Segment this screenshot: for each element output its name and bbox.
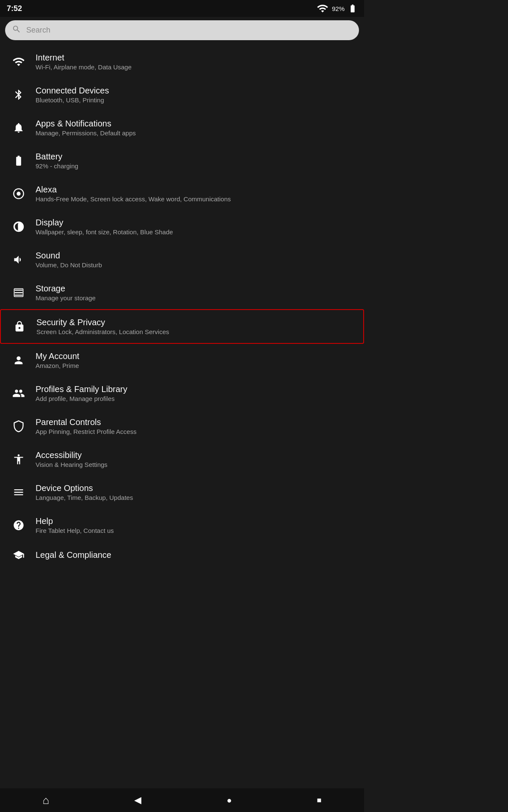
- connected-devices-content: Connected Devices Bluetooth, USB, Printi…: [36, 86, 356, 104]
- help-title: Help: [36, 516, 356, 526]
- sound-title: Sound: [36, 251, 356, 261]
- back-button[interactable]: ◀: [126, 791, 150, 809]
- settings-item-display[interactable]: Display Wallpaper, sleep, font size, Rot…: [0, 210, 364, 243]
- lock-icon: [9, 321, 30, 332]
- settings-item-parental-controls[interactable]: Parental Controls App Pinning, Restrict …: [0, 410, 364, 443]
- display-content: Display Wallpaper, sleep, font size, Rot…: [36, 218, 356, 236]
- search-bar[interactable]: Search: [5, 20, 359, 40]
- help-subtitle: Fire Tablet Help, Contact us: [36, 527, 356, 534]
- internet-subtitle: Wi-Fi, Airplane mode, Data Usage: [36, 63, 356, 71]
- display-title: Display: [36, 218, 356, 228]
- storage-subtitle: Manage your storage: [36, 294, 356, 302]
- profiles-family-title: Profiles & Family Library: [36, 384, 356, 394]
- parental-controls-title: Parental Controls: [36, 417, 356, 427]
- battery-content: Battery 92% - charging: [36, 152, 356, 170]
- profiles-icon: [8, 387, 29, 400]
- bell-icon: [8, 122, 29, 134]
- sound-subtitle: Volume, Do Not Disturb: [36, 261, 356, 269]
- sound-content: Sound Volume, Do Not Disturb: [36, 251, 356, 269]
- settings-item-apps-notifications[interactable]: Apps & Notifications Manage, Permissions…: [0, 111, 364, 144]
- internet-title: Internet: [36, 53, 356, 63]
- help-icon: [8, 519, 29, 531]
- accessibility-icon: [8, 453, 29, 465]
- account-icon: [8, 354, 29, 366]
- accessibility-title: Accessibility: [36, 450, 356, 460]
- search-icon: [12, 25, 21, 36]
- accessibility-content: Accessibility Vision & Hearing Settings: [36, 450, 356, 468]
- legal-content: Legal & Compliance: [36, 550, 356, 561]
- status-bar: 7:52 92%: [0, 0, 364, 17]
- settings-item-profiles-family[interactable]: Profiles & Family Library Add profile, M…: [0, 377, 364, 410]
- sound-icon: [8, 254, 29, 266]
- connected-devices-title: Connected Devices: [36, 86, 356, 96]
- storage-icon: [8, 287, 29, 299]
- security-privacy-content: Security & Privacy Screen Lock, Administ…: [36, 318, 355, 335]
- settings-item-my-account[interactable]: My Account Amazon, Prime: [0, 344, 364, 377]
- settings-item-security-privacy[interactable]: Security & Privacy Screen Lock, Administ…: [0, 309, 364, 344]
- square-button[interactable]: ■: [309, 793, 330, 808]
- bluetooth-icon: [8, 89, 29, 101]
- device-options-subtitle: Language, Time, Backup, Updates: [36, 494, 356, 501]
- alexa-icon: [8, 188, 29, 200]
- device-options-title: Device Options: [36, 483, 356, 493]
- display-subtitle: Wallpaper, sleep, font size, Rotation, B…: [36, 228, 356, 236]
- battery-status-icon: [348, 4, 357, 13]
- apps-notifications-content: Apps & Notifications Manage, Permissions…: [36, 119, 356, 137]
- search-placeholder: Search: [26, 26, 50, 35]
- parental-controls-subtitle: App Pinning, Restrict Profile Access: [36, 428, 356, 435]
- settings-item-legal[interactable]: Legal & Compliance: [0, 542, 364, 569]
- shield-icon: [8, 420, 29, 432]
- circle-button[interactable]: ●: [218, 792, 240, 809]
- home-button[interactable]: ⌂: [34, 790, 58, 810]
- profiles-family-subtitle: Add profile, Manage profiles: [36, 395, 356, 402]
- accessibility-subtitle: Vision & Hearing Settings: [36, 461, 356, 468]
- help-content: Help Fire Tablet Help, Contact us: [36, 516, 356, 534]
- settings-item-alexa[interactable]: Alexa Hands-Free Mode, Screen lock acces…: [0, 177, 364, 210]
- wifi-status-icon: [317, 3, 329, 14]
- status-icons: 92%: [317, 3, 357, 14]
- my-account-title: My Account: [36, 351, 356, 361]
- settings-item-internet[interactable]: Internet Wi-Fi, Airplane mode, Data Usag…: [0, 45, 364, 78]
- svg-point-1: [17, 192, 20, 195]
- storage-title: Storage: [36, 284, 356, 294]
- device-options-content: Device Options Language, Time, Backup, U…: [36, 483, 356, 501]
- settings-item-device-options[interactable]: Device Options Language, Time, Backup, U…: [0, 476, 364, 509]
- internet-icon: [8, 55, 29, 68]
- alexa-content: Alexa Hands-Free Mode, Screen lock acces…: [36, 185, 356, 203]
- parental-controls-content: Parental Controls App Pinning, Restrict …: [36, 417, 356, 435]
- battery-percent: 92%: [332, 5, 345, 12]
- my-account-subtitle: Amazon, Prime: [36, 362, 356, 369]
- device-icon: [8, 486, 29, 498]
- display-icon: [8, 221, 29, 233]
- battery-title: Battery: [36, 152, 356, 162]
- internet-content: Internet Wi-Fi, Airplane mode, Data Usag…: [36, 53, 356, 71]
- settings-list: Internet Wi-Fi, Airplane mode, Data Usag…: [0, 44, 364, 788]
- security-privacy-title: Security & Privacy: [36, 318, 355, 327]
- legal-title: Legal & Compliance: [36, 550, 356, 560]
- settings-item-battery[interactable]: Battery 92% - charging: [0, 144, 364, 177]
- alexa-title: Alexa: [36, 185, 356, 195]
- settings-item-accessibility[interactable]: Accessibility Vision & Hearing Settings: [0, 443, 364, 476]
- alexa-subtitle: Hands-Free Mode, Screen lock access, Wak…: [36, 195, 356, 203]
- connected-devices-subtitle: Bluetooth, USB, Printing: [36, 96, 356, 104]
- settings-item-storage[interactable]: Storage Manage your storage: [0, 276, 364, 309]
- security-privacy-subtitle: Screen Lock, Administrators, Location Se…: [36, 328, 355, 335]
- battery-subtitle: 92% - charging: [36, 162, 356, 170]
- storage-content: Storage Manage your storage: [36, 284, 356, 302]
- status-time: 7:52: [7, 4, 22, 13]
- legal-icon: [8, 549, 29, 561]
- profiles-family-content: Profiles & Family Library Add profile, M…: [36, 384, 356, 402]
- settings-item-help[interactable]: Help Fire Tablet Help, Contact us: [0, 509, 364, 542]
- settings-item-sound[interactable]: Sound Volume, Do Not Disturb: [0, 243, 364, 276]
- battery-icon: [8, 155, 29, 167]
- settings-item-connected-devices[interactable]: Connected Devices Bluetooth, USB, Printi…: [0, 78, 364, 111]
- apps-notifications-title: Apps & Notifications: [36, 119, 356, 129]
- bottom-nav: ⌂ ◀ ● ■: [0, 788, 364, 812]
- apps-notifications-subtitle: Manage, Permissions, Default apps: [36, 129, 356, 137]
- my-account-content: My Account Amazon, Prime: [36, 351, 356, 369]
